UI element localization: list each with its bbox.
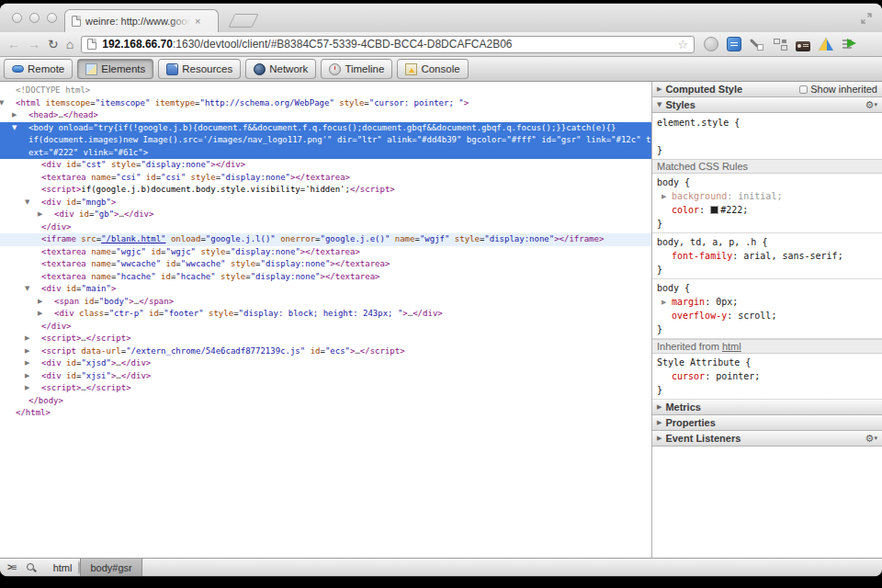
rule-selector[interactable]: body { bbox=[657, 281, 877, 295]
sidebar-section-event-listeners[interactable]: ▶Event Listeners bbox=[652, 431, 882, 447]
dom-tree-row[interactable]: <textarea name="wgjc" id="wgjc" style="d… bbox=[0, 246, 651, 259]
disclosure-spacer bbox=[7, 85, 16, 97]
eyedropper-icon[interactable] bbox=[750, 37, 764, 51]
rule-selector[interactable]: body { bbox=[657, 175, 877, 189]
disclosure-triangle-icon[interactable]: ▼ bbox=[33, 283, 41, 296]
dom-tree-row[interactable]: <div id="cst" style="display:none"></div… bbox=[0, 159, 651, 172]
css-property[interactable]: ▶background: initial; bbox=[657, 189, 877, 203]
browser-tab[interactable]: weinre: http://www.google.c × bbox=[64, 9, 219, 32]
fullscreen-icon[interactable] bbox=[860, 12, 873, 25]
dom-tree-row[interactable]: ▶<div id="xjsi">…</div> bbox=[0, 370, 651, 383]
computed-style-header[interactable]: ▶ Computed Style Show inherited bbox=[652, 82, 882, 97]
show-inherited-checkbox[interactable] bbox=[799, 85, 808, 94]
disclosure-spacer bbox=[33, 221, 41, 234]
url-path: :1630/devtool/client/#B8384C57-5339-4CBD… bbox=[173, 38, 513, 51]
url-text[interactable]: 192.168.66.70:1630/devtool/client/#B8384… bbox=[102, 38, 512, 51]
dom-tree-row[interactable]: <textarea name="hcache" id="hcache" styl… bbox=[0, 271, 651, 284]
minimize-window-button[interactable] bbox=[29, 13, 40, 23]
dom-tree-row[interactable]: </div> bbox=[0, 321, 651, 334]
css-property[interactable]: ▶margin: 0px; bbox=[657, 295, 877, 309]
home-icon[interactable]: ⌂ bbox=[66, 38, 74, 51]
css-rule[interactable]: Style Attribute {cursor: pointer;} bbox=[652, 354, 882, 400]
data-saver-icon[interactable] bbox=[842, 37, 856, 51]
dom-tree-row[interactable]: ▼<html itemscope="itemscope" itemtype="h… bbox=[0, 97, 651, 110]
css-property[interactable]: color: #222; bbox=[657, 203, 877, 217]
disclosure-triangle-icon[interactable]: ▶ bbox=[33, 333, 41, 345]
disclosure-triangle-icon[interactable]: ▼ bbox=[20, 122, 28, 135]
expand-property-icon[interactable]: ▶ bbox=[662, 296, 666, 310]
color-swatch[interactable] bbox=[710, 206, 718, 214]
css-rule[interactable]: body {▶background: initial;color: #222;} bbox=[652, 174, 882, 233]
dom-tree-row[interactable]: ▼<div id="mngb"> bbox=[0, 197, 651, 209]
dom-tree-row[interactable]: <!DOCTYPE html> bbox=[0, 85, 651, 97]
devtools-tab-network[interactable]: Network bbox=[245, 59, 316, 79]
search-icon[interactable] bbox=[26, 562, 37, 573]
dom-tree-row[interactable]: ▶<span id="body">…</span> bbox=[0, 296, 651, 309]
sidebar-section-metrics[interactable]: ▶Metrics bbox=[652, 400, 882, 415]
disclosure-triangle-icon[interactable]: ▶ bbox=[33, 370, 41, 383]
disclosure-triangle-icon[interactable]: ▼ bbox=[33, 197, 41, 209]
rule-selector[interactable]: Style Attribute { bbox=[657, 356, 877, 369]
dom-tree-row[interactable]: </body> bbox=[0, 395, 651, 408]
devtools-tab-resources[interactable]: Resources bbox=[158, 59, 241, 79]
devtools-tab-timeline[interactable]: Timeline bbox=[321, 59, 392, 79]
disclosure-triangle-icon[interactable]: ▶ bbox=[33, 382, 41, 395]
breadcrumb-item[interactable]: body#gsr bbox=[80, 559, 141, 576]
dom-tree-row[interactable]: </html> bbox=[0, 407, 651, 420]
dom-tree-row[interactable]: <script>if(google.j.b)document.body.styl… bbox=[0, 184, 651, 197]
dom-tree-row[interactable]: </div> bbox=[0, 221, 651, 234]
dom-tree-row[interactable]: <iframe src="/blank.html" onload="google… bbox=[0, 233, 651, 246]
close-window-button[interactable] bbox=[12, 13, 22, 23]
inherited-html-link[interactable]: html bbox=[722, 341, 741, 352]
dom-tree-row[interactable]: <textarea name="wwcache" id="wwcache" st… bbox=[0, 258, 651, 271]
back-icon[interactable]: ← bbox=[7, 38, 20, 51]
sidebar-section-properties[interactable]: ▶Properties bbox=[652, 415, 882, 431]
globe-icon[interactable] bbox=[704, 37, 718, 51]
devtools-tab-elements[interactable]: Elements bbox=[77, 59, 153, 79]
drive-icon[interactable] bbox=[819, 38, 833, 51]
dom-tree-row[interactable]: ▼<body onload="try{if(!google.j.b){docum… bbox=[0, 122, 651, 160]
css-property[interactable]: cursor: pointer; bbox=[657, 369, 877, 383]
reload-icon[interactable]: ↻ bbox=[48, 38, 59, 51]
gear-icon[interactable] bbox=[865, 99, 877, 111]
windows-grid-icon[interactable] bbox=[773, 37, 787, 51]
devtools-tab-remote[interactable]: Remote bbox=[4, 59, 73, 79]
css-property[interactable]: font-family: arial, sans-serif; bbox=[657, 249, 877, 263]
rule-selector[interactable]: body, td, a, p, .h { bbox=[657, 235, 877, 249]
breadcrumb-item[interactable]: html bbox=[44, 559, 82, 576]
console-toggle-icon[interactable]: >≡ bbox=[7, 562, 17, 572]
disclosure-triangle-icon[interactable]: ▶ bbox=[33, 357, 41, 370]
css-property[interactable]: overflow-y: scroll; bbox=[657, 309, 877, 322]
bookmark-star-icon[interactable]: ☆ bbox=[678, 38, 689, 51]
disclosure-triangle-icon[interactable]: ▶ bbox=[33, 345, 41, 358]
element-style-rule[interactable]: element.style { } bbox=[652, 113, 882, 159]
disclosure-triangle-icon[interactable]: ▶ bbox=[46, 209, 54, 221]
dom-tree-row[interactable]: ▶<script>…</script> bbox=[0, 382, 651, 395]
show-inherited-toggle[interactable]: Show inherited bbox=[799, 84, 877, 95]
forward-icon[interactable]: → bbox=[28, 38, 40, 51]
css-rule[interactable]: body {▶margin: 0px;overflow-y: scroll;} bbox=[652, 279, 882, 339]
dom-tree-row[interactable]: ▶<script>…</script> bbox=[0, 333, 651, 345]
disclosure-triangle-icon[interactable]: ▶ bbox=[46, 296, 54, 309]
disclosure-triangle-icon[interactable]: ▶ bbox=[20, 109, 28, 122]
styles-header[interactable]: ▼ Styles bbox=[652, 97, 882, 113]
zoom-window-button[interactable] bbox=[47, 13, 57, 23]
expand-property-icon[interactable]: ▶ bbox=[662, 190, 666, 204]
dom-tree-row[interactable]: <textarea name="csi" id="csi" style="dis… bbox=[0, 172, 651, 185]
url-bar[interactable]: 192.168.66.70:1630/devtool/client/#B8384… bbox=[81, 36, 695, 53]
dom-tree-row[interactable]: ▶<head>…</head> bbox=[0, 109, 651, 122]
radio-icon[interactable] bbox=[796, 41, 810, 51]
new-tab-button[interactable] bbox=[229, 14, 259, 28]
disclosure-triangle-icon[interactable]: ▼ bbox=[7, 97, 16, 110]
dom-tree-row[interactable]: ▼<div id="main"> bbox=[0, 283, 651, 296]
dom-tree-row[interactable]: ▶<script data-url="/extern_chrome/54e6ca… bbox=[0, 345, 651, 358]
dom-tree-row[interactable]: ▶<div class="ctr-p" id="footer" style="d… bbox=[0, 308, 651, 321]
notes-icon[interactable] bbox=[727, 37, 741, 51]
dom-tree-row[interactable]: ▶<div id="xjsd">…</div> bbox=[0, 357, 651, 370]
tab-close-icon[interactable]: × bbox=[195, 17, 200, 26]
gear-icon[interactable] bbox=[865, 433, 877, 445]
devtools-tab-console[interactable]: Console bbox=[397, 59, 468, 79]
dom-tree-row[interactable]: ▶<div id="gb">…</div> bbox=[0, 209, 651, 221]
disclosure-triangle-icon[interactable]: ▶ bbox=[46, 308, 54, 321]
css-rule[interactable]: body, td, a, p, .h {font-family: arial, … bbox=[652, 233, 882, 279]
